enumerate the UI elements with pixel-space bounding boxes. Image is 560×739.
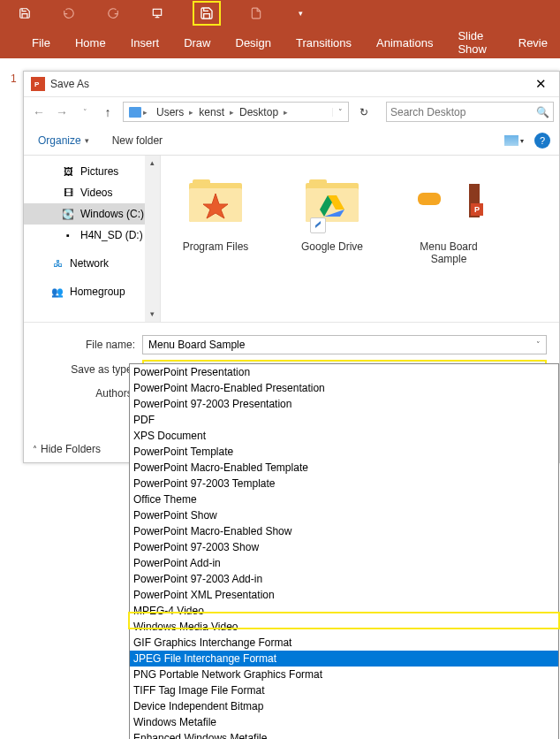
save-icon[interactable]	[16, 4, 34, 22]
tree-scrollbar[interactable]: ▴ ▾	[145, 156, 160, 322]
qat-customize-icon[interactable]: ▾	[291, 4, 309, 22]
chevron-right-icon: ▸	[187, 108, 195, 117]
path-seg-kenst[interactable]: kenst	[195, 106, 228, 118]
filename-input[interactable]: Menu Board Sample˅	[142, 335, 547, 354]
drive-icon: 💽	[61, 207, 75, 221]
svg-rect-0	[153, 9, 161, 15]
chevron-right-icon: ▸	[282, 108, 290, 117]
chevron-right-icon: ▸	[228, 108, 236, 117]
dropdown-option[interactable]: PNG Portable Network Graphics Format	[130, 667, 558, 682]
new-icon[interactable]	[247, 4, 265, 22]
dropdown-option[interactable]: TIFF Tag Image File Format	[130, 682, 558, 698]
tab-transitions[interactable]: Transitions	[284, 36, 364, 50]
dropdown-option[interactable]: PowerPoint Macro-Enabled Presentation	[130, 380, 558, 396]
dropdown-option[interactable]: Enhanced Windows Metafile	[130, 730, 558, 739]
tab-design[interactable]: Design	[223, 36, 284, 50]
redo-icon[interactable]	[104, 4, 122, 22]
file-menu-board[interactable]: P Menu Board Sample	[405, 170, 493, 265]
tab-review[interactable]: Revie	[506, 36, 560, 50]
chevron-up-icon: ˄	[33, 445, 37, 454]
recent-chevron-icon[interactable]: ˅	[75, 103, 95, 122]
forward-icon[interactable]: →	[52, 103, 72, 122]
navbar: ← → ˅ ↑ ▸ Users▸ kenst▸ Desktop▸ ˅ ↻ 🔍	[24, 97, 559, 126]
tree-windows-c[interactable]: 💽Windows (C:)	[24, 203, 160, 225]
tab-file[interactable]: File	[19, 36, 63, 50]
path-root-icon[interactable]: ▸	[125, 107, 153, 118]
dropdown-option[interactable]: PDF	[130, 412, 558, 428]
svg-text:P: P	[34, 80, 40, 88]
save-as-icon[interactable]	[193, 1, 221, 26]
tree-network[interactable]: 🖧Network	[24, 253, 160, 274]
dropdown-option[interactable]: MPEG-4 Video	[130, 603, 558, 619]
dialog-toolbar: Organize▾ New folder ▾ ?	[24, 126, 559, 156]
dropdown-option[interactable]: Office Theme	[130, 491, 558, 507]
folder-tree: 🖼Pictures 🎞Videos 💽Windows (C:) ▪H4N_SD …	[24, 156, 161, 322]
tree-h4nsd[interactable]: ▪H4N_SD (D:)	[24, 225, 160, 246]
dropdown-option[interactable]: PowerPoint 97-2003 Add-in	[130, 571, 558, 587]
back-icon[interactable]: ←	[29, 103, 49, 122]
file-label: Google Drive	[288, 240, 376, 253]
refresh-icon[interactable]: ↻	[354, 103, 374, 122]
quick-access-toolbar: ▾	[0, 0, 560, 27]
file-label: Program Files	[171, 240, 260, 253]
path-seg-users[interactable]: Users	[153, 106, 187, 118]
dialog-title: Save As	[50, 78, 530, 90]
dropdown-option[interactable]: Windows Metafile	[130, 714, 558, 730]
dropdown-option[interactable]: Windows Media Video	[130, 619, 558, 635]
dropdown-option[interactable]: PowerPoint 97-2003 Presentation	[130, 396, 558, 412]
search-input[interactable]	[390, 106, 536, 118]
export-icon[interactable]	[148, 4, 166, 22]
file-google-drive[interactable]: Google Drive	[288, 170, 376, 253]
tab-home[interactable]: Home	[63, 36, 118, 50]
tab-insert[interactable]: Insert	[118, 36, 172, 50]
up-icon[interactable]: ↑	[98, 103, 117, 122]
dropdown-option[interactable]: PowerPoint Macro-Enabled Template	[130, 460, 558, 476]
tab-draw[interactable]: Draw	[171, 36, 223, 50]
drive-icon: ▪	[61, 228, 75, 242]
address-bar[interactable]: ▸ Users▸ kenst▸ Desktop▸ ˅	[123, 102, 349, 122]
view-mode-button[interactable]: ▾	[504, 132, 529, 149]
dropdown-option[interactable]: PowerPoint Macro-Enabled Show	[130, 523, 558, 539]
tree-videos[interactable]: 🎞Videos	[24, 182, 160, 203]
videos-icon: 🎞	[61, 186, 75, 200]
file-program-files[interactable]: Program Files	[171, 170, 260, 253]
organize-button[interactable]: Organize▾	[33, 133, 95, 149]
chevron-down-icon[interactable]: ˅	[536, 340, 541, 349]
search-box[interactable]: 🔍	[386, 102, 554, 122]
file-grid: Program Files Google Drive P Menu Board …	[161, 156, 559, 322]
undo-icon[interactable]	[60, 4, 78, 22]
dropdown-option[interactable]: PowerPoint Presentation	[130, 364, 558, 380]
filename-label: File name:	[36, 339, 142, 351]
tree-homegroup[interactable]: 👥Homegroup	[24, 281, 160, 302]
dropdown-option[interactable]: PowerPoint XML Presentation	[130, 587, 558, 603]
saveastype-label: Save as type:	[36, 363, 142, 376]
help-icon[interactable]: ?	[534, 133, 550, 149]
dropdown-option[interactable]: PowerPoint 97-2003 Template	[130, 476, 558, 491]
hide-folders-button[interactable]: ˄Hide Folders	[33, 443, 101, 455]
path-dropdown-icon[interactable]: ˅	[332, 108, 348, 117]
dropdown-option[interactable]: PowerPoint 97-2003 Show	[130, 539, 558, 555]
new-folder-button[interactable]: New folder	[112, 134, 163, 147]
dropdown-option[interactable]: PowerPoint Show	[130, 507, 558, 523]
dropdown-option[interactable]: GIF Graphics Interchange Format	[130, 635, 558, 651]
authors-label: Authors:	[36, 387, 142, 400]
tree-pictures[interactable]: 🖼Pictures	[24, 161, 160, 182]
close-icon[interactable]: ✕	[530, 74, 552, 94]
dropdown-option[interactable]: Device Independent Bitmap	[130, 698, 558, 714]
dropdown-option[interactable]: XPS Document	[130, 428, 558, 444]
filename-row: File name: Menu Board Sample˅	[24, 323, 559, 357]
dropdown-option[interactable]: PowerPoint Add-in	[130, 555, 558, 571]
path-seg-desktop[interactable]: Desktop	[236, 106, 282, 118]
tab-animations[interactable]: Animations	[364, 36, 445, 50]
network-icon: 🖧	[50, 256, 64, 270]
dropdown-option[interactable]: JPEG File Interchange Format	[130, 651, 558, 667]
svg-marker-2	[203, 194, 228, 218]
ribbon: ▾ File Home Insert Draw Design Transitio…	[0, 0, 560, 58]
titlebar: P Save As ✕	[24, 72, 559, 97]
scroll-down-icon[interactable]: ▾	[145, 307, 160, 322]
tab-slideshow[interactable]: Slide Show	[445, 29, 505, 56]
search-icon[interactable]: 🔍	[536, 106, 549, 118]
saveastype-dropdown[interactable]: PowerPoint PresentationPowerPoint Macro-…	[129, 363, 559, 739]
dropdown-option[interactable]: PowerPoint Template	[130, 444, 558, 460]
scroll-up-icon[interactable]: ▴	[145, 156, 160, 171]
